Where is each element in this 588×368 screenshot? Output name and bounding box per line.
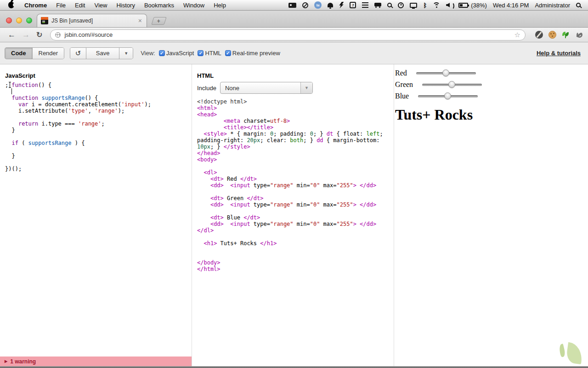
- browser-tab-strip: JS Bin [unsaved] × +: [0, 11, 588, 28]
- include-selected-value: None: [220, 85, 300, 92]
- warning-status-bar[interactable]: ▶ 1 warning: [0, 356, 192, 366]
- bookmark-star-icon[interactable]: ☆: [514, 31, 520, 38]
- html-checkbox-label[interactable]: HTML: [205, 50, 221, 57]
- menu-view[interactable]: View: [90, 0, 112, 11]
- include-select[interactable]: None ▼: [220, 82, 313, 94]
- javascript-code-editor[interactable]: ;function() { function supportsRange() {…: [5, 82, 192, 172]
- url-text[interactable]: jsbin.com/#source: [64, 31, 514, 38]
- preview-heading: Tuts+ Rocks: [395, 106, 588, 123]
- sync-disabled-icon[interactable]: [302, 1, 308, 9]
- spotlight-search-icon[interactable]: [576, 1, 583, 9]
- refresh-icon-button[interactable]: ↺: [70, 48, 86, 59]
- warning-text: 1 warning: [10, 358, 36, 365]
- code-line: }: [5, 127, 192, 133]
- jsbin-toolbar: Code Render ↺ Save ▼ View: ✓ JavaScript …: [0, 42, 588, 64]
- lightning-bolt-icon[interactable]: [339, 1, 344, 9]
- code-line: [5, 146, 192, 153]
- save-button[interactable]: Save: [86, 48, 119, 59]
- menu-window[interactable]: Window: [179, 0, 209, 11]
- realtime-checkbox-label[interactable]: Real-time preview: [232, 50, 280, 57]
- textexpander-icon[interactable]: te: [314, 1, 322, 9]
- slider-thumb[interactable]: [444, 92, 451, 99]
- delivery-truck-icon[interactable]: [374, 1, 381, 9]
- range-slider[interactable]: [418, 92, 478, 100]
- displays-icon[interactable]: [410, 1, 417, 9]
- javascript-panel-title: JavaScript: [5, 72, 192, 79]
- menu-edit[interactable]: Edit: [70, 0, 90, 11]
- screen: Chrome File Edit View History Bookmarks …: [0, 0, 588, 368]
- html-checkbox[interactable]: ✓: [198, 50, 204, 56]
- preview-sliders: RedGreenBlue: [395, 67, 588, 102]
- code-line: [197, 247, 394, 253]
- code-line: [5, 88, 192, 95]
- slider-thumb[interactable]: [442, 69, 449, 76]
- code-line: [197, 189, 394, 195]
- code-line: padding-right: 20px; clear: both; } dd {…: [197, 137, 394, 144]
- code-button[interactable]: Code: [5, 48, 32, 59]
- tab-close-icon[interactable]: ×: [137, 17, 143, 24]
- wifi-icon[interactable]: [433, 1, 440, 9]
- cookie-extension-icon[interactable]: [548, 30, 557, 40]
- back-button[interactable]: ←: [5, 31, 19, 39]
- window-close-button[interactable]: [6, 17, 12, 23]
- window-minimize-button[interactable]: [16, 17, 22, 23]
- save-dropdown-button[interactable]: ▼: [119, 48, 133, 59]
- new-tab-button[interactable]: +: [151, 17, 167, 25]
- notifications-bell-icon[interactable]: [328, 1, 333, 9]
- javascript-checkbox-label[interactable]: JavaScript: [166, 50, 194, 57]
- code-line: var i = document.createElement('input');: [5, 101, 192, 108]
- browser-tab[interactable]: JS Bin [unsaved] ×: [37, 14, 147, 27]
- render-button[interactable]: Render: [32, 48, 64, 59]
- seedling-extension-icon[interactable]: [561, 30, 570, 40]
- screen-recording-icon[interactable]: [288, 1, 296, 9]
- code-line: i.setAttribute('type', 'range');: [5, 108, 192, 114]
- zoom-magnifier-icon[interactable]: [387, 1, 392, 9]
- menu-file[interactable]: File: [51, 0, 70, 11]
- time-machine-icon[interactable]: [398, 1, 404, 9]
- code-line: </body>: [197, 259, 394, 266]
- screenshot-extension-icon[interactable]: [534, 30, 543, 40]
- code-line: [5, 159, 192, 166]
- globe-icon: [55, 32, 61, 38]
- code-line: <head>: [197, 111, 394, 118]
- calendar-icon[interactable]: 7: [350, 2, 356, 8]
- reload-button[interactable]: ↻: [33, 31, 45, 39]
- battery-icon[interactable]: [458, 1, 468, 9]
- menu-chrome[interactable]: Chrome: [20, 0, 51, 11]
- menu-help[interactable]: Help: [209, 0, 231, 11]
- help-tutorials-link[interactable]: Help & tutorials: [537, 50, 581, 57]
- address-bar[interactable]: jsbin.com/#source ☆: [50, 29, 526, 40]
- range-slider[interactable]: [416, 69, 476, 77]
- menu-clock[interactable]: Wed 4:16 PM: [493, 2, 529, 9]
- html-checkbox-group: ✓ HTML: [198, 50, 221, 57]
- code-line: 10px; } </style>: [197, 144, 394, 150]
- code-line: [197, 208, 394, 214]
- menu-history[interactable]: History: [112, 0, 139, 11]
- wrench-settings-icon[interactable]: [574, 30, 583, 40]
- realtime-checkbox[interactable]: ✓: [225, 50, 231, 56]
- select-dropdown-icon[interactable]: ▼: [300, 82, 312, 93]
- menu-bookmarks[interactable]: Bookmarks: [140, 0, 179, 11]
- window-zoom-button[interactable]: [26, 17, 32, 23]
- slider-label: Red: [395, 69, 416, 77]
- code-line: })();: [5, 166, 192, 172]
- forward-button[interactable]: →: [19, 31, 33, 39]
- apple-menu-icon[interactable]: [8, 2, 14, 8]
- range-slider[interactable]: [422, 81, 482, 88]
- code-line: [197, 234, 394, 240]
- realtime-checkbox-group: ✓ Real-time preview: [225, 50, 280, 57]
- menu-user[interactable]: Administrator: [535, 2, 570, 9]
- javascript-checkbox[interactable]: ✓: [159, 50, 165, 56]
- tasks-list-icon[interactable]: [362, 1, 368, 9]
- html-code-editor[interactable]: <!doctype html><html><head> <meta charse…: [197, 98, 394, 272]
- code-line: [197, 253, 394, 259]
- volume-icon[interactable]: [446, 1, 452, 9]
- window-bottom-edge: [0, 366, 588, 368]
- code-line: [5, 133, 192, 140]
- code-line: [5, 114, 192, 121]
- slider-thumb[interactable]: [448, 81, 455, 88]
- html-panel: HTML Include None ▼ <!doctype html><html…: [192, 64, 394, 366]
- code-line: <dt> Green </dt>: [197, 195, 394, 201]
- bluetooth-icon[interactable]: ᛒ: [423, 1, 427, 9]
- envato-leaf-logo: [559, 340, 582, 363]
